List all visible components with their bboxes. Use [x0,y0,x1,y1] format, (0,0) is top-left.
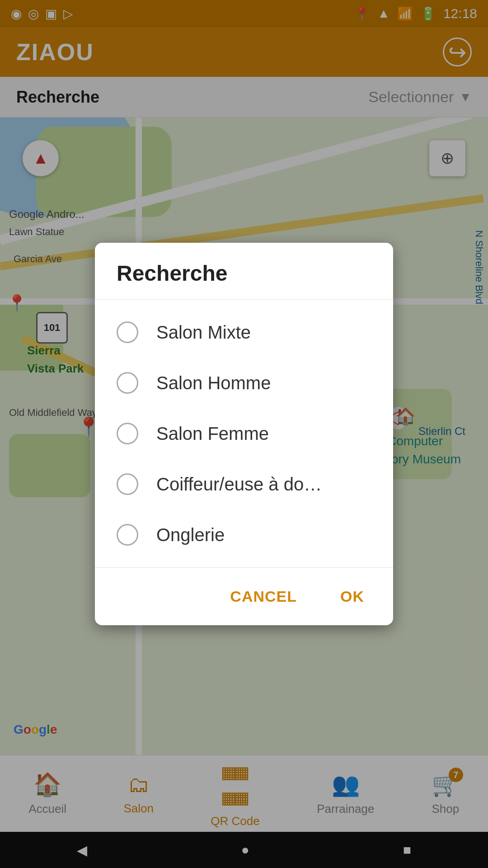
dialog-options-list: Salon Mixte Salon Homme Salon Femme Coif… [95,300,393,568]
option-label-onglerie: Onglerie [156,525,225,545]
search-dialog: Recherche Salon Mixte Salon Homme Salon … [95,243,393,625]
option-salon-femme[interactable]: Salon Femme [95,408,393,459]
option-label-salon-homme: Salon Homme [156,373,271,393]
option-label-salon-femme: Salon Femme [156,424,269,444]
option-onglerie[interactable]: Onglerie [95,509,393,560]
ok-button[interactable]: OK [329,580,375,613]
cancel-button[interactable]: CANCEL [219,580,308,613]
option-label-coiffeur: Coiffeur/euse à do… [156,474,322,495]
option-coiffeur[interactable]: Coiffeur/euse à do… [95,459,393,509]
option-salon-homme[interactable]: Salon Homme [95,358,393,408]
radio-salon-femme[interactable] [117,423,138,444]
dialog-title: Recherche [95,243,393,300]
radio-onglerie[interactable] [117,524,138,546]
dialog-actions: CANCEL OK [95,568,393,625]
option-label-salon-mixte: Salon Mixte [156,322,251,343]
radio-salon-homme[interactable] [117,372,138,394]
radio-salon-mixte[interactable] [117,321,138,343]
radio-coiffeur[interactable] [117,473,138,495]
option-salon-mixte[interactable]: Salon Mixte [95,307,393,358]
